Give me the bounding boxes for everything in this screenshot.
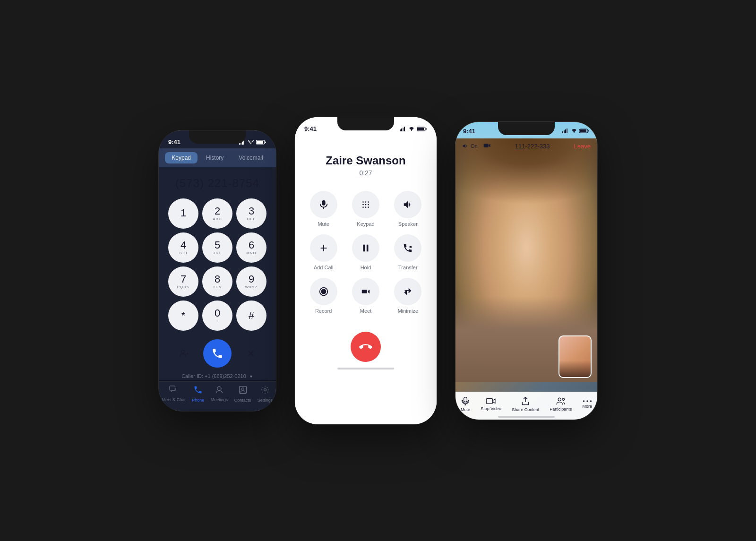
record-icon [318,286,329,297]
end-call-button[interactable] [351,332,381,362]
ctrl-minimize-label: Minimize [398,308,418,314]
tab-keypad[interactable]: Keypad [165,152,198,163]
mute-icon [318,199,329,210]
key-8-alpha: TUV [213,285,222,289]
key-4-alpha: GHI [179,251,187,255]
ctrl-transfer-label: Transfer [398,265,418,270]
svg-point-16 [241,387,244,390]
video-nav-stop-video-label: Stop Video [481,406,501,411]
add-contact-button[interactable] [172,341,196,366]
svg-point-26 [362,201,364,203]
ctrl-mute-circle [310,191,337,218]
ctrl-add-call[interactable]: Add Call [306,234,341,270]
video-status-bar: 9:41 [455,122,597,135]
phone-2: 9:41 Zaire Swanson 0:27 Mu [295,117,437,424]
nav-meet-chat[interactable]: Meet & Chat [162,386,186,402]
key-hash[interactable]: # [236,301,266,331]
on-label: On [471,143,478,149]
key-0[interactable]: 0+ [202,301,232,331]
key-0-alpha: + [216,319,219,323]
ctrl-mute-label: Mute [318,221,329,227]
key-3-alpha: DEF [247,217,256,221]
tab-history[interactable]: History [199,152,230,163]
key-5[interactable]: 5JKL [202,232,232,263]
video-nav-stop-video[interactable]: Stop Video [481,397,501,411]
svg-point-8 [181,350,184,353]
ctrl-record[interactable]: Record [306,278,341,314]
svg-point-43 [574,132,575,133]
meet-chat-icon [169,386,179,396]
key-9[interactable]: 9WXYZ [236,266,266,297]
svg-rect-42 [567,129,567,133]
ctrl-record-circle [310,278,337,305]
video-top-controls: On 111-222-333 Leave [455,140,597,153]
svg-rect-20 [403,128,404,131]
ctrl-keypad[interactable]: Keypad [348,191,383,227]
key-3[interactable]: 3DEF [236,198,266,229]
key-4[interactable]: 4GHI [168,232,198,263]
key-1[interactable]: 1 [168,198,198,229]
video-nav-more[interactable]: More [582,400,592,409]
phone-nav-icon [193,385,203,397]
delete-button[interactable] [239,341,263,366]
settings-icon [260,385,270,397]
nav-phone-label: Phone [192,398,204,403]
call-icon [211,347,223,360]
svg-rect-41 [565,129,566,133]
svg-rect-1 [241,142,241,145]
video-nav-share[interactable]: Share Content [512,396,539,412]
video-mute-icon [461,396,470,406]
ctrl-hold-circle [352,234,379,262]
add-contact-icon [179,348,189,359]
nav-settings-label: Settings [258,398,273,403]
call-duration: 0:27 [304,169,427,177]
keypad-grid: 1 2ABC 3DEF 4GHI 5JKL 6MNO 7PQRS 8TUV 9W… [159,195,276,335]
video-stop-icon [486,397,496,405]
signal-icon-2 [400,127,406,131]
ctrl-minimize-circle [394,278,421,305]
key-8[interactable]: 8TUV [202,266,232,297]
svg-point-53 [590,400,591,402]
call-number: 111-222-333 [515,143,550,150]
ctrl-hold[interactable]: Hold [348,234,383,270]
ctrl-minimize[interactable]: Minimize [391,278,425,314]
video-nav-mute[interactable]: Mute [461,396,470,412]
end-call-icon [359,340,372,353]
wifi-icon-2 [408,127,415,131]
svg-rect-6 [257,141,263,144]
share-icon [521,396,530,406]
ctrl-speaker[interactable]: Speaker [391,191,425,227]
key-6[interactable]: 6MNO [236,232,266,263]
nav-settings[interactable]: Settings [258,385,273,403]
svg-point-52 [586,400,588,402]
tab-voicemail[interactable]: Voicemail [232,152,269,163]
phone-3: 9:41 On 111-222-333 Leave [455,122,597,420]
ctrl-transfer-circle [394,234,421,262]
nav-meetings[interactable]: Meetings [211,386,228,402]
key-star[interactable]: * [168,301,198,331]
key-5-num: 5 [215,240,220,250]
key-2-num: 2 [215,206,220,216]
key-2[interactable]: 2ABC [202,198,232,229]
svg-point-4 [250,143,251,144]
key-1-num: 1 [180,208,186,218]
bottom-nav-1: Meet & Chat Phone Meetings [159,381,276,407]
caller-id-text: Caller ID: +1 (669)252-0210 [181,373,246,379]
more-icon [583,400,592,403]
status-icons-1 [239,140,266,145]
key-7[interactable]: 7PQRS [168,266,198,297]
leave-button[interactable]: Leave [574,143,591,150]
ctrl-transfer[interactable]: Transfer [391,234,425,270]
ctrl-mute[interactable]: Mute [306,191,341,227]
svg-rect-48 [486,398,492,404]
ctrl-meet[interactable]: Meet [348,278,383,314]
ctrl-keypad-circle [352,191,379,218]
call-button[interactable] [203,339,232,368]
nav-phone[interactable]: Phone [192,385,204,403]
video-nav-participants[interactable]: Participants [550,397,572,412]
ctrl-meet-label: Meet [360,308,371,314]
svg-rect-24 [417,128,424,130]
call-name: Zaire Swanson [304,154,427,167]
nav-contacts[interactable]: Contacts [234,385,251,403]
ctrl-add-call-label: Add Call [314,265,334,270]
